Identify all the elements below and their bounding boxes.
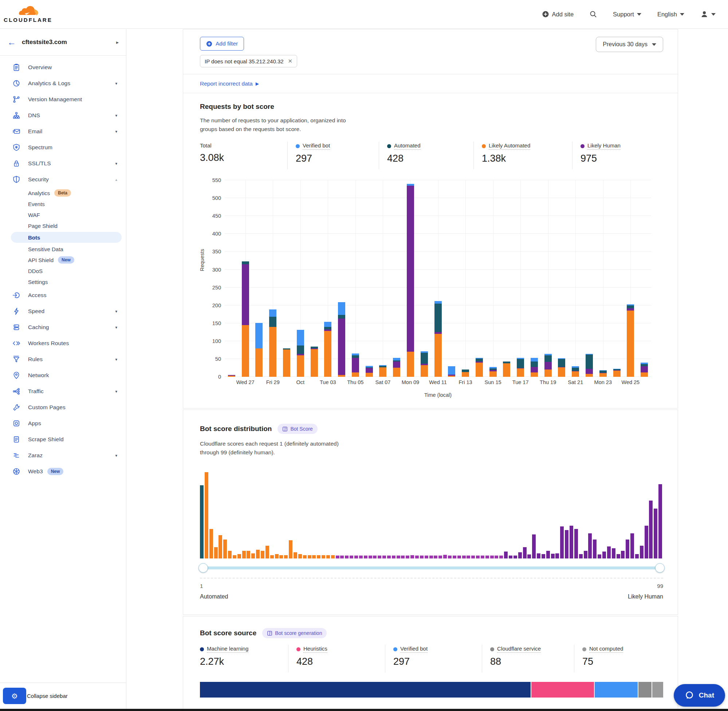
sidebar-item-analytics-logs[interactable]: Analytics & Logs▾ (0, 75, 126, 91)
sidebar-item-network[interactable]: Network (0, 367, 126, 384)
request-bar-segment (545, 362, 552, 370)
chevron-right-icon[interactable]: ▸ (116, 39, 119, 45)
chevron-down-icon[interactable]: ▾ (115, 129, 117, 134)
distribution-bar (640, 546, 644, 559)
sidebar-item-ssl-tls[interactable]: SSL/TLS▾ (0, 155, 126, 171)
sidebar-item-caching[interactable]: Caching▾ (0, 319, 126, 335)
sidebar-item-version-management[interactable]: Version Management (0, 91, 126, 108)
sidebar-subitem-settings[interactable]: Settings (0, 276, 126, 287)
stat-label[interactable]: Cloudflare service (497, 646, 541, 653)
sidebar-item-apps[interactable]: Apps (0, 415, 126, 431)
request-bar-segment (338, 319, 345, 375)
sidebar-item-label: Analytics & Logs (28, 80, 70, 87)
distribution-bar (382, 556, 386, 559)
chevron-down-icon[interactable]: ▾ (115, 309, 117, 314)
stat-label[interactable]: Machine learning (207, 646, 248, 653)
sidebar-item-label: Access (28, 292, 47, 298)
sidebar-item-access[interactable]: Access (0, 287, 126, 303)
sidebar-item-dns[interactable]: DNS▾ (0, 108, 126, 123)
request-bar-segment (531, 361, 538, 367)
stat-label[interactable]: Verified bot (400, 646, 428, 653)
sidebar-item-zaraz[interactable]: Zaraz▾ (0, 447, 126, 463)
add-site-button[interactable]: Add site (542, 11, 574, 18)
stat-label[interactable]: Not computed (589, 646, 623, 653)
language-menu[interactable]: English (657, 11, 684, 18)
support-menu[interactable]: Support (613, 11, 641, 18)
sidebar-item-workers-routes[interactable]: Workers Routes (0, 335, 126, 351)
slider-track[interactable] (200, 566, 663, 569)
legend-dot (580, 144, 585, 148)
stat-value: 428 (387, 153, 473, 164)
chevron-up-icon[interactable]: ▴ (115, 177, 117, 182)
workers-icon (12, 339, 21, 347)
x-tick-label: Thu 19 (540, 379, 556, 385)
sidebar-item-traffic[interactable]: Traffic▾ (0, 384, 126, 399)
request-bar-segment (255, 323, 263, 348)
sidebar-item-custom-pages[interactable]: Custom Pages (0, 399, 126, 415)
request-bar-segment (600, 373, 607, 377)
sidebar-subitem-api-shield[interactable]: API ShieldNew (0, 254, 126, 266)
chevron-down-icon[interactable]: ▾ (115, 389, 117, 394)
sidebar-subitem-events[interactable]: Events (0, 198, 126, 209)
distribution-histogram (200, 472, 663, 559)
sidebar-item-scrape-shield[interactable]: Scrape Shield (0, 431, 126, 447)
chevron-down-icon[interactable]: ▾ (115, 325, 117, 330)
stat-label[interactable]: Verified bot (303, 142, 330, 150)
sidebar-subitem-ddos[interactable]: DDoS (0, 266, 126, 276)
sidebar-subitem-bots[interactable]: Bots (11, 232, 122, 243)
settings-gear-button[interactable]: ⚙ (3, 688, 26, 704)
request-bar-segment (407, 352, 414, 377)
distribution-bar (584, 551, 588, 559)
x-tick-label: Oct (296, 379, 304, 385)
remove-filter-icon[interactable]: ✕ (288, 58, 293, 65)
chevron-down-icon[interactable]: ▾ (115, 81, 117, 86)
legend-dot (200, 647, 204, 651)
report-incorrect-data-link[interactable]: Report incorrect data ▶ (200, 80, 259, 87)
chevron-down-icon[interactable]: ▾ (115, 357, 117, 362)
stat-label[interactable]: Likely Human (588, 142, 620, 150)
request-bar-segment (531, 372, 538, 377)
sidebar-item-email[interactable]: Email▾ (0, 123, 126, 139)
user-icon (700, 10, 708, 18)
search-button[interactable] (590, 10, 597, 18)
add-filter-button[interactable]: Add filter (200, 37, 244, 51)
stat-label[interactable]: Heuristics (303, 646, 328, 653)
stat-value: 428 (297, 656, 385, 667)
slider-handle-min[interactable] (198, 563, 208, 573)
sidebar-item-spectrum[interactable]: Spectrum (0, 139, 126, 155)
sidebar-item-speed[interactable]: Speed▾ (0, 303, 126, 319)
back-arrow-icon[interactable]: ← (7, 37, 22, 47)
chevron-down-icon[interactable]: ▾ (115, 161, 117, 166)
sidebar-item-web3[interactable]: Web3New (0, 463, 126, 479)
collapse-sidebar-button[interactable]: Collapse sidebar (27, 693, 68, 699)
sidebar-subitem-waf[interactable]: WAF (0, 209, 126, 220)
sidebar-subitem-analytics[interactable]: AnalyticsBeta (0, 187, 126, 198)
filter-chip[interactable]: IP does not equal 35.212.240.32 ✕ (200, 55, 297, 67)
stat-label[interactable]: Likely Automated (489, 142, 530, 150)
sidebar-subitem-sensitive-data[interactable]: Sensitive Data (0, 243, 126, 254)
stat-label[interactable]: Automated (394, 142, 421, 150)
left-caption: Automated (200, 593, 228, 600)
distribution-bar (481, 556, 484, 559)
distribution-bar (340, 556, 344, 559)
site-selector[interactable]: ← cftestsite3.com ▸ (0, 29, 126, 56)
chevron-down-icon[interactable]: ▾ (115, 453, 117, 458)
chevron-down-icon[interactable]: ▾ (115, 113, 117, 118)
slider-handle-max[interactable] (655, 563, 665, 573)
account-menu[interactable] (700, 10, 716, 18)
bot-score-badge[interactable]: Bot Score (278, 424, 317, 434)
plus-circle-icon (542, 11, 549, 18)
caching-icon (12, 323, 21, 331)
sidebar-item-rules[interactable]: Rules▾ (0, 351, 126, 367)
request-bar-segment (627, 304, 634, 305)
x-tick-label: Tue 17 (512, 379, 529, 385)
bot-score-generation-badge[interactable]: Bot score generation (262, 628, 327, 638)
x-tick-label: Wed 25 (621, 379, 639, 385)
chat-button[interactable]: Chat (674, 684, 725, 707)
date-range-dropdown[interactable]: Previous 30 days (596, 37, 663, 52)
brand-wordmark: CLOUDFLARE (4, 17, 52, 23)
sidebar-item-security[interactable]: Security▴ (0, 171, 126, 187)
right-caption: Likely Human (628, 593, 663, 600)
sidebar-item-overview[interactable]: Overview (0, 59, 126, 75)
sidebar-subitem-page-shield[interactable]: Page Shield (0, 220, 126, 231)
